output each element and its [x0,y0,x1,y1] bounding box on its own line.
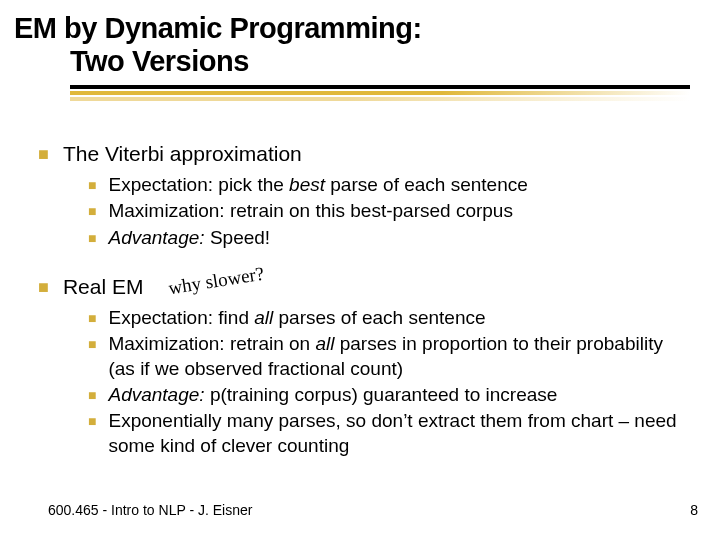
list-item: ■ Expectation: pick the best parse of ea… [88,173,690,197]
title-underline [70,85,690,103]
footer-course-info: 600.465 - Intro to NLP - J. Eisner [48,502,252,518]
text-fragment: Speed! [205,227,271,248]
section2-heading-text: Real EM [63,274,144,300]
section1-sublist: ■ Expectation: pick the best parse of ea… [38,173,690,250]
text-emphasis: all [315,333,334,354]
item-text: Expectation: find all parses of each sen… [108,306,690,330]
bullet-icon: ■ [88,409,96,433]
text-fragment: Expectation: find [108,307,254,328]
text-fragment: parses of each sentence [273,307,485,328]
slide-number: 8 [690,502,698,518]
list-item: ■ Maximization: retrain on all parses in… [88,332,690,381]
text-emphasis: Advantage: [108,227,204,248]
text-fragment: parse of each sentence [325,174,528,195]
list-item: ■ Expectation: find all parses of each s… [88,306,690,330]
text-fragment: Expectation: pick the [108,174,289,195]
text-emphasis: best [289,174,325,195]
title-block: EM by Dynamic Programming: Two Versions [0,0,720,79]
item-text: Advantage: Speed! [108,226,690,250]
slide-title-line1: EM by Dynamic Programming: [14,12,720,45]
list-item: ■ Advantage: p(training corpus) guarante… [88,383,690,407]
list-item: ■ Advantage: Speed! [88,226,690,250]
text-emphasis: all [254,307,273,328]
item-text: Advantage: p(training corpus) guaranteed… [108,383,690,407]
bullet-icon: ■ [88,383,96,407]
section2-sublist: ■ Expectation: find all parses of each s… [38,306,690,458]
bullet-icon: ■ [38,141,49,167]
bullet-icon: ■ [88,226,96,250]
item-text: Exponentially many parses, so don’t extr… [108,409,690,458]
bullet-icon: ■ [88,199,96,223]
bullet-icon: ■ [88,306,96,330]
bullet-icon: ■ [88,332,96,356]
text-fragment: Maximization: retrain on [108,333,315,354]
slide-title-line2: Two Versions [14,45,720,78]
bullet-icon: ■ [88,173,96,197]
list-item: ■ Maximization: retrain on this best-par… [88,199,690,223]
item-text: Expectation: pick the best parse of each… [108,173,690,197]
section1-heading-text: The Viterbi approximation [63,141,302,167]
list-item: ■ Exponentially many parses, so don’t ex… [88,409,690,458]
bullet-icon: ■ [38,274,49,300]
text-emphasis: Advantage: [108,384,204,405]
section1-heading: ■ The Viterbi approximation [38,141,690,167]
section2-heading: ■ Real EM [38,274,690,300]
item-text: Maximization: retrain on this best-parse… [108,199,690,223]
section2-block: ■ Real EM why slower? [38,274,690,300]
item-text: Maximization: retrain on all parses in p… [108,332,690,381]
body: ■ The Viterbi approximation ■ Expectatio… [0,103,720,458]
text-fragment: p(training corpus) guaranteed to increas… [205,384,558,405]
